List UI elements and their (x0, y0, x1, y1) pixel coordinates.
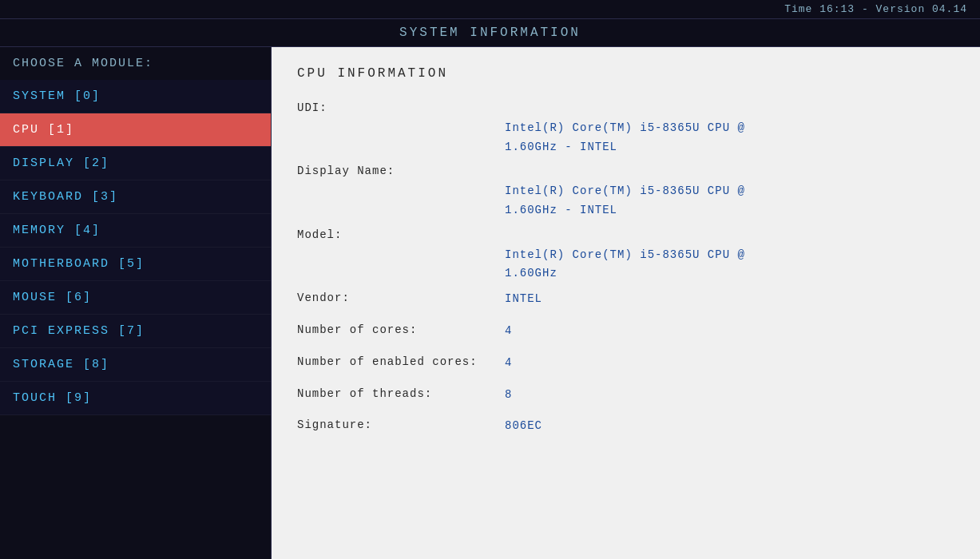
sidebar-item-memory[interactable]: MEMORY [4] (0, 214, 271, 248)
label-enabled-cores: Number of enabled cores: (297, 354, 505, 368)
field-vendor: Vendor: INTEL (297, 290, 954, 309)
label-udi: UDI: (297, 100, 505, 114)
label-num-cores: Number of cores: (297, 322, 505, 336)
sidebar-item-storage-label: STORAGE [8] (13, 358, 109, 371)
content-panel: CPU INFORMATION UDI: Intel(R) Core(TM) i… (272, 47, 980, 559)
sidebar-item-pci-label: PCI EXPRESS [7] (13, 324, 145, 338)
value-udi: Intel(R) Core(TM) i5-8365U CPU @ 1.60GHz… (505, 100, 745, 157)
value-signature: 806EC (505, 417, 542, 436)
sidebar-item-pci[interactable]: PCI EXPRESS [7] (0, 315, 271, 348)
sidebar-item-display[interactable]: DISPLAY [2] (0, 147, 271, 180)
app-title: SYSTEM INFORMATION (399, 26, 581, 40)
top-bar-text: Time 16:13 - Version 04.14 (784, 3, 967, 15)
label-display-name: Display Name: (297, 163, 505, 177)
sidebar-item-display-label: DISPLAY [2] (13, 157, 109, 170)
sidebar-item-memory-label: MEMORY [4] (13, 224, 101, 237)
sidebar-item-mouse[interactable]: MOUSE [6] (0, 281, 271, 315)
value-enabled-cores: 4 (505, 354, 512, 373)
sidebar-header: CHOOSE A MODULE: (0, 47, 271, 80)
field-num-cores: Number of cores: 4 (297, 322, 954, 341)
value-num-cores: 4 (505, 322, 512, 341)
field-udi: UDI: Intel(R) Core(TM) i5-8365U CPU @ 1.… (297, 100, 954, 157)
label-model: Model: (297, 227, 505, 241)
sidebar-item-motherboard-label: MOTHERBOARD [5] (13, 257, 145, 271)
sidebar-item-motherboard[interactable]: MOTHERBOARD [5] (0, 248, 271, 281)
field-signature: Signature: 806EC (297, 417, 954, 436)
title-bar: SYSTEM INFORMATION (0, 19, 980, 47)
sidebar-item-cpu[interactable]: CPU [1] (0, 113, 271, 147)
label-vendor: Vendor: (297, 290, 505, 304)
label-threads: Number of threads: (297, 386, 505, 400)
field-display-name: Display Name: Intel(R) Core(TM) i5-8365U… (297, 163, 954, 220)
sidebar-item-cpu-label: CPU [1] (13, 123, 74, 137)
sidebar: CHOOSE A MODULE: SYSTEM [0] CPU [1] DISP… (0, 47, 272, 559)
sidebar-item-keyboard[interactable]: KEYBOARD [3] (0, 180, 271, 214)
value-threads: 8 (505, 386, 512, 405)
sidebar-item-touch-label: TOUCH [9] (13, 391, 92, 405)
top-bar: Time 16:13 - Version 04.14 (0, 0, 980, 19)
sidebar-item-keyboard-label: KEYBOARD [3] (13, 190, 118, 204)
value-display-name: Intel(R) Core(TM) i5-8365U CPU @ 1.60GHz… (505, 163, 745, 220)
content-title: CPU INFORMATION (297, 66, 954, 81)
main-container: CHOOSE A MODULE: SYSTEM [0] CPU [1] DISP… (0, 47, 980, 559)
value-model: Intel(R) Core(TM) i5-8365U CPU @ 1.60GHz (505, 227, 745, 283)
label-signature: Signature: (297, 417, 505, 431)
field-threads: Number of threads: 8 (297, 386, 954, 405)
sidebar-item-touch[interactable]: TOUCH [9] (0, 382, 271, 415)
sidebar-item-system-label: SYSTEM [0] (13, 89, 101, 103)
field-model: Model: Intel(R) Core(TM) i5-8365U CPU @ … (297, 227, 954, 283)
value-vendor: INTEL (505, 290, 542, 309)
sidebar-item-storage[interactable]: STORAGE [8] (0, 348, 271, 382)
field-enabled-cores: Number of enabled cores: 4 (297, 354, 954, 373)
sidebar-item-mouse-label: MOUSE [6] (13, 291, 92, 304)
sidebar-item-system[interactable]: SYSTEM [0] (0, 80, 271, 113)
